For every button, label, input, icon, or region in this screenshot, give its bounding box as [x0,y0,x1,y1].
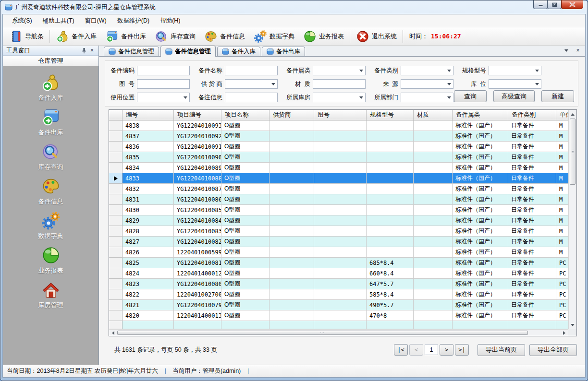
menu-item-2[interactable]: 窗口(W) [80,14,112,27]
table-cell: 日常备件 [508,247,556,258]
table-row[interactable]: 4833YG12204010088O型圈标准件（国产）日常备件M [109,173,568,184]
field-select-2-2[interactable] [313,93,366,102]
table-cell [314,205,367,215]
toolbar-parts-info-button[interactable]: 备件信息 [200,28,249,45]
scroll-left-icon[interactable] [110,330,116,336]
vertical-scroll-thumb[interactable] [570,119,576,185]
close-button[interactable] [561,0,583,9]
tab-0[interactable]: 备件信息管理 [104,47,159,56]
table-row[interactable]: 4835YG12204010090O型圈标准件（国产）日常备件M [109,152,568,163]
table-row[interactable]: 4830YG12204010085O型圈标准件（国产）日常备件M [109,205,568,215]
table-row[interactable]: 4834YG12204010089O型圈标准件（国产）日常备件M [109,163,568,173]
scroll-right-icon[interactable] [561,330,568,336]
table-row[interactable]: 4829YG12204010084O型圈标准件（国产）日常备件M [109,215,568,226]
table-row[interactable]: 4823YG12204010080O型圈647*5.7标准件（国产）日常备件PC [109,279,568,289]
toolbar-business-report-button[interactable]: 业务报表 [299,28,348,45]
column-header-1[interactable]: 项目编号 [174,110,221,120]
sidebar-item-parts-outbound[interactable]: 备件出库 [3,105,98,139]
table-row[interactable]: 4838YG12204010093O型圈标准件（国产）日常备件M [109,120,568,131]
table-cell: M [556,205,568,215]
field-select-1-4[interactable] [489,79,541,89]
scroll-down-icon[interactable] [569,321,576,329]
table-row[interactable]: 4825YG12204010081O型圈685*8.4标准件（国产）日常备件PC [109,258,568,268]
field-input-1-0[interactable] [137,79,190,89]
toolbar-data-dictionary-button[interactable]: 数据字典 [249,28,299,45]
field-select-1-3[interactable] [401,79,453,89]
sidebar-item-data-dictionary[interactable]: 数据字典 [3,208,98,243]
field-select-0-4[interactable] [489,66,541,75]
field-select-0-3[interactable] [401,66,453,75]
pin-icon[interactable] [80,47,88,54]
table-row[interactable]: 4828YG12204010083O型圈标准件（国产）日常备件M [109,226,568,237]
column-header-9[interactable]: 单位 [556,110,568,120]
field-select-0-2[interactable] [313,66,366,75]
last-page-button[interactable]: >| [455,344,469,356]
table-row[interactable]: 48201220401400013O型圈470*8标准件（国产）日常备件PC [109,310,568,321]
table-row[interactable]: 4831YG12204010086O型圈标准件（国产）日常备件M [109,194,568,205]
table-cell [314,163,367,173]
table-cell [314,152,367,163]
tab-2[interactable]: 备件入库 [217,47,260,56]
table-cell: 660*8.4 [367,268,414,279]
column-header-3[interactable]: 供货商 [270,110,314,120]
menu-item-3[interactable]: 数据维护(D) [112,14,155,27]
sidebar-item-parts-info[interactable]: 备件信息 [3,174,98,208]
export-current-page-button[interactable]: 导出当前页 [478,344,525,356]
column-header-5[interactable]: 规格型号 [367,110,414,120]
table-row[interactable]: 4836YG12204010091O型圈标准件（国产）日常备件M [109,142,568,152]
close-icon[interactable]: × [88,47,96,54]
field-select-2-0[interactable] [137,93,190,102]
scroll-up-icon[interactable] [569,110,576,118]
field-select-1-1[interactable] [225,79,278,89]
sidebar-item-stock-query[interactable]: 库存查询 [3,139,98,174]
table-row[interactable]: 48241220401400012O型圈660*8.4标准件（国产）日常备件PC [109,268,568,279]
table-row[interactable]: 4827YG12204010082O型圈标准件（国产）日常备件M [109,237,568,247]
tab-3[interactable]: 备件出库 [262,47,305,56]
field-input-0-1[interactable] [225,66,278,75]
maximize-button[interactable] [547,0,562,9]
toolbar-exit-system-button[interactable]: 退出系统 [352,28,401,45]
table-cell: O型圈 [221,310,270,321]
field-label: 供 货 商 [194,80,225,88]
column-header-0[interactable]: 编号 [122,110,174,120]
toolbar-separator [350,30,350,43]
toolbar-parts-outbound-button[interactable]: 备件出库 [101,28,150,45]
table-row[interactable]: 48221220401002700O型圈585*8.4标准件（国产）日常备件PC [109,289,568,300]
export-all-pages-button[interactable]: 导出全部页 [529,344,577,356]
toolbar-stock-query-button[interactable]: 库存查询 [150,28,200,45]
menu-item-0[interactable]: 系统(S) [7,14,37,27]
chevron-down-icon[interactable] [563,47,570,54]
next-page-button[interactable]: > [440,344,453,356]
field-label: 图 号 [106,80,137,88]
tab-1-active[interactable]: 备件信息管理 [160,46,216,57]
column-header-4[interactable]: 图号 [314,110,367,120]
horizontal-scroll-thumb[interactable] [117,331,528,335]
table-row[interactable]: 4837YG12204010092O型圈标准件（国产）日常备件M [109,131,568,142]
column-header-7[interactable]: 备件属类 [453,110,508,120]
field-input-0-0[interactable] [137,66,190,75]
column-header-6[interactable]: 材质 [414,110,453,120]
page-number-input[interactable] [425,345,438,355]
first-page-button[interactable]: |< [394,344,408,356]
close-tab-icon[interactable]: × [575,47,581,54]
menu-item-1[interactable]: 辅助工具(T) [37,14,80,27]
table-cell [314,310,367,321]
table-row[interactable]: 4832YG12204010087O型圈标准件（国产）日常备件M [109,184,568,194]
table-row[interactable]: 48261220401000599O型圈标准件（国产）日常备件M [109,247,568,258]
field-input-1-2[interactable] [313,79,366,89]
sidebar-item-parts-inbound[interactable]: 备件入库 [3,70,98,105]
field-label: 使用位置 [106,94,137,102]
toolbar-navigator-button[interactable]: 导航条 [5,28,48,45]
table-row[interactable]: 4821YG12204010079O型圈490*5.7标准件（国产）日常备件PC [109,300,568,310]
prev-page-button[interactable]: < [409,344,423,356]
minimize-button[interactable] [533,0,548,9]
column-header-8[interactable]: 备件类别 [508,110,556,120]
sidebar-item-warehouse-manage[interactable]: 库房管理 [3,277,98,312]
business-report-icon [303,30,317,43]
toolbar-parts-inbound-button[interactable]: 备件入库 [51,28,101,45]
column-header-2[interactable]: 项目名称 [221,110,270,120]
menu-item-4[interactable]: 帮助(H) [155,14,185,27]
field-select-2-3[interactable] [401,93,453,102]
sidebar-item-business-report[interactable]: 业务报表 [3,243,98,277]
field-input-2-1[interactable] [225,93,278,102]
